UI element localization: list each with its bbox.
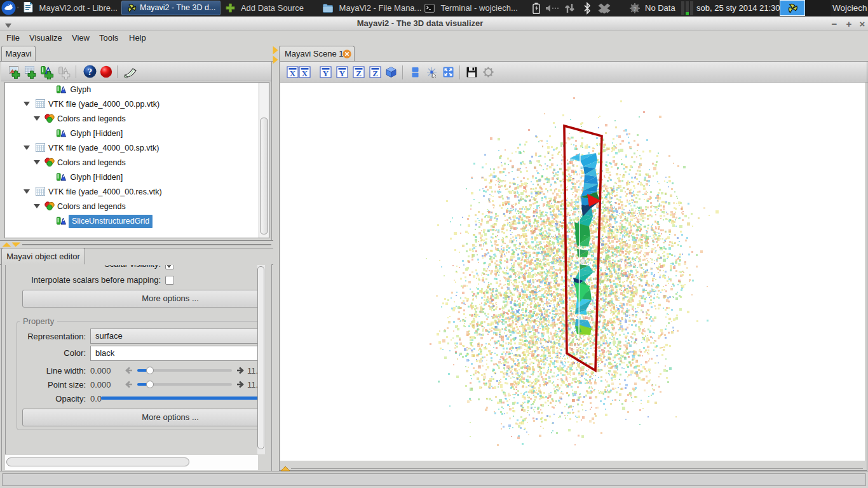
svg-text:?: ? [633,6,636,12]
svg-text:?: ? [88,67,93,77]
